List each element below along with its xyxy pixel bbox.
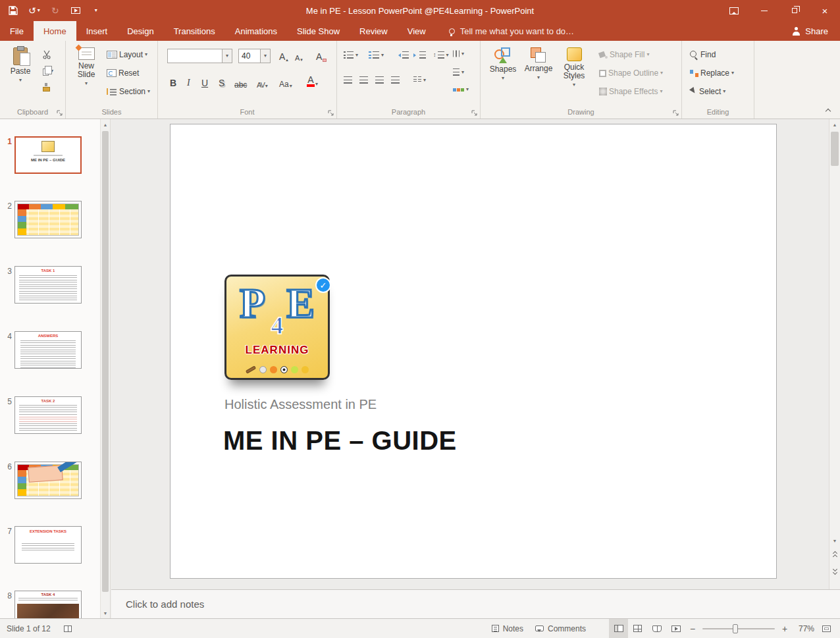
- scroll-up-button[interactable]: ▲: [829, 119, 840, 130]
- font-size-dropdown[interactable]: ▾: [261, 49, 271, 63]
- save-button[interactable]: [8, 5, 18, 16]
- comments-toggle-button[interactable]: Comments: [529, 619, 592, 638]
- tab-view[interactable]: View: [398, 21, 436, 41]
- increase-indent-button[interactable]: [413, 51, 426, 59]
- thumbnail-slide-4[interactable]: 4 ANSWERS: [3, 331, 82, 369]
- slide-subtitle-text[interactable]: Holistic Assessment in PE: [224, 397, 377, 412]
- align-right-button[interactable]: [375, 76, 384, 84]
- clear-formatting-button[interactable]: A: [316, 50, 327, 62]
- zoom-out-button[interactable]: −: [685, 619, 700, 638]
- thumbnail-slide-3[interactable]: 3 TASK 1: [3, 266, 82, 304]
- align-left-button[interactable]: [344, 76, 352, 84]
- tab-home[interactable]: Home: [34, 21, 76, 41]
- slide-show-view-button[interactable]: [666, 619, 685, 638]
- drawing-dialog-launcher[interactable]: [673, 109, 679, 115]
- zoom-slider-thumb[interactable]: [733, 624, 738, 633]
- tab-file[interactable]: File: [0, 21, 34, 41]
- thumbnail-slide-7[interactable]: 7 EXTENSION TASKS: [3, 526, 82, 564]
- section-button[interactable]: Section ▾: [107, 87, 150, 96]
- reset-button[interactable]: Reset: [107, 68, 139, 78]
- paragraph-dialog-launcher[interactable]: [471, 109, 478, 115]
- new-slide-button[interactable]: New Slide ▾: [70, 47, 103, 86]
- customize-quick-access-button[interactable]: ▾: [91, 5, 101, 16]
- slide-scrollbar[interactable]: ▲ ▼: [829, 119, 840, 589]
- change-case-button[interactable]: Aa▾: [279, 77, 292, 89]
- thumbnail-slide-1[interactable]: 1 ME IN PE – GUIDE: [3, 136, 82, 174]
- start-from-beginning-button[interactable]: [70, 5, 81, 16]
- tab-design[interactable]: Design: [117, 21, 163, 41]
- zoom-percentage[interactable]: 77%: [792, 624, 817, 633]
- scrollbar-thumb[interactable]: [102, 131, 109, 592]
- paste-button[interactable]: Paste ▾: [5, 47, 36, 83]
- spell-check-icon[interactable]: [64, 625, 72, 632]
- convert-to-smartart-button[interactable]: ▾: [453, 87, 469, 92]
- character-spacing-button[interactable]: AV▾: [257, 77, 267, 89]
- font-size-input[interactable]: [238, 49, 261, 63]
- slide-preview[interactable]: TASK 4: [14, 591, 82, 618]
- slide-preview[interactable]: [14, 462, 82, 499]
- slide-preview[interactable]: [14, 201, 82, 238]
- close-button[interactable]: ×: [810, 0, 840, 21]
- scroll-down-button[interactable]: ▼: [101, 608, 110, 618]
- layout-button[interactable]: Layout ▾: [107, 50, 147, 59]
- tab-transitions[interactable]: Transitions: [164, 21, 225, 41]
- bullets-button[interactable]: ▾: [344, 51, 358, 59]
- justify-button[interactable]: [391, 76, 400, 84]
- collapse-ribbon-button[interactable]: [823, 105, 833, 115]
- slide-title-text[interactable]: ME IN PE – GUIDE: [223, 426, 457, 456]
- font-name-input[interactable]: [167, 49, 223, 63]
- restore-button[interactable]: [779, 0, 810, 21]
- tab-insert[interactable]: Insert: [76, 21, 118, 41]
- font-color-button[interactable]: A ▾: [307, 75, 318, 87]
- font-dialog-launcher[interactable]: [328, 109, 334, 115]
- shrink-font-button[interactable]: A▾: [295, 50, 303, 62]
- thumbnail-slide-6[interactable]: 6: [3, 462, 82, 499]
- grow-font-button[interactable]: A▴: [279, 50, 288, 62]
- copy-button[interactable]: ▾: [42, 66, 53, 76]
- slide-preview[interactable]: ANSWERS: [14, 331, 82, 369]
- replace-button[interactable]: Replace ▾: [690, 68, 734, 78]
- notes-pane[interactable]: Click to add notes: [111, 589, 840, 618]
- font-name-dropdown[interactable]: ▾: [223, 49, 232, 63]
- notes-toggle-button[interactable]: Notes: [486, 619, 529, 638]
- scroll-down-button[interactable]: ▼: [829, 535, 840, 546]
- slide-editor[interactable]: P E 4 LEARNING: [170, 124, 777, 579]
- minimize-button[interactable]: [749, 0, 779, 21]
- slide-preview[interactable]: TASK 2: [14, 396, 82, 434]
- line-spacing-button[interactable]: ↕▾: [433, 51, 449, 59]
- tab-animations[interactable]: Animations: [225, 21, 287, 41]
- find-button[interactable]: Find: [690, 50, 716, 59]
- slide-preview[interactable]: TASK 1: [14, 266, 82, 304]
- underline-button[interactable]: U: [201, 76, 208, 88]
- align-center-button[interactable]: [359, 76, 368, 84]
- notes-placeholder[interactable]: Click to add notes: [126, 598, 204, 610]
- share-button[interactable]: Share: [784, 21, 836, 41]
- slide-preview[interactable]: EXTENSION TASKS: [14, 526, 82, 564]
- zoom-slider[interactable]: [702, 628, 775, 629]
- tab-slide-show[interactable]: Slide Show: [287, 21, 350, 41]
- slide-preview[interactable]: ME IN PE – GUIDE: [14, 136, 82, 174]
- scroll-up-button[interactable]: ▲: [101, 119, 110, 130]
- clipboard-dialog-launcher[interactable]: [57, 109, 63, 115]
- ribbon-display-options-button[interactable]: [719, 0, 749, 21]
- shape-effects-button[interactable]: Shape Effects ▾: [599, 87, 663, 96]
- tell-me-box[interactable]: Tell me what you want to do…: [449, 21, 574, 41]
- tab-review[interactable]: Review: [350, 21, 398, 41]
- select-button[interactable]: Select ▾: [690, 87, 725, 96]
- numbering-button[interactable]: ▾: [369, 51, 384, 59]
- bold-button[interactable]: B: [170, 76, 176, 88]
- shapes-button[interactable]: Shapes ▾: [487, 47, 519, 81]
- text-direction-button[interactable]: ▾: [453, 50, 464, 57]
- strikethrough-button[interactable]: abc: [234, 78, 247, 90]
- thumbnail-slide-5[interactable]: 5 TASK 2: [3, 396, 82, 434]
- zoom-in-button[interactable]: +: [777, 619, 792, 638]
- columns-button[interactable]: ▾: [413, 76, 426, 84]
- thumbnail-scrollbar[interactable]: ▲ ▼: [100, 119, 111, 618]
- cut-button[interactable]: [42, 50, 51, 59]
- decrease-indent-button[interactable]: [396, 51, 409, 59]
- next-slide-button[interactable]: [829, 564, 840, 577]
- shape-outline-button[interactable]: Shape Outline ▾: [599, 68, 663, 78]
- undo-button[interactable]: ↺▾: [28, 5, 40, 16]
- format-painter-button[interactable]: [42, 83, 50, 92]
- quick-styles-button[interactable]: Quick Styles ▾: [558, 47, 590, 88]
